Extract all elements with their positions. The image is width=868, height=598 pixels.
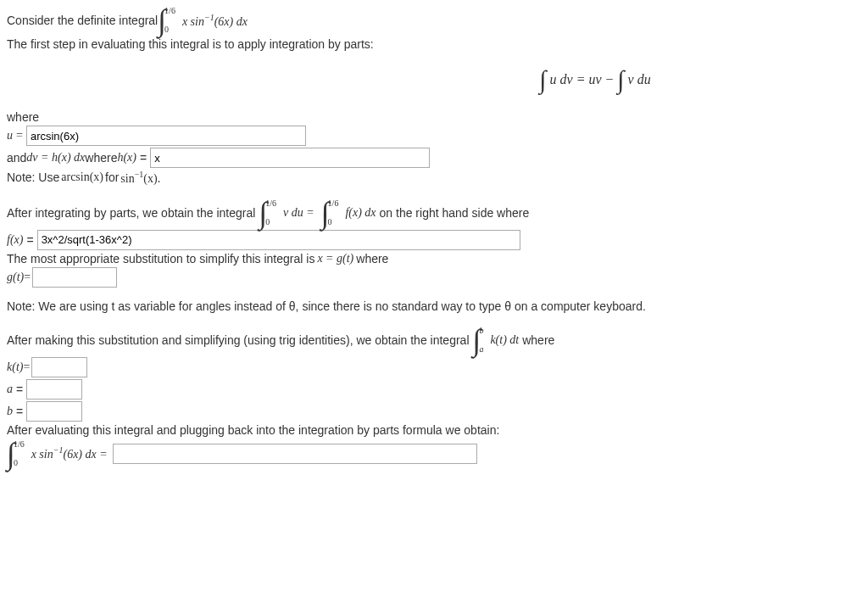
kt-integral: ∫ b a k(t) dt bbox=[473, 325, 520, 355]
step-text: The first step in evaluating this integr… bbox=[7, 37, 861, 51]
hx-input[interactable] bbox=[150, 148, 430, 168]
sub-line: The most appropriate substitution to sim… bbox=[7, 252, 861, 265]
note-arcsin: Note: Use arcsin(x) for sin−1(x). bbox=[7, 170, 861, 186]
vdu-integral: ∫ 1/6 0 v du = bbox=[259, 198, 314, 228]
final-row: ∫ 1/6 0 x sin−1(6x) dx = bbox=[7, 439, 861, 469]
final-line: After evaluating this integral and plugg… bbox=[7, 423, 861, 437]
b-input[interactable] bbox=[26, 401, 82, 422]
note-t: Note: We are using t as variable for ang… bbox=[7, 299, 861, 313]
final-input[interactable] bbox=[113, 444, 477, 464]
where-label: where bbox=[7, 110, 861, 124]
a-row: a = bbox=[7, 379, 861, 400]
b-row: b = bbox=[7, 401, 861, 422]
after-sub-line: After making this substitution and simpl… bbox=[7, 325, 861, 355]
final-integral: ∫ 1/6 0 x sin−1(6x) dx = bbox=[7, 439, 108, 469]
ibp-formula: ∫ u dv = uv − ∫ v du bbox=[7, 64, 861, 95]
kt-input[interactable] bbox=[31, 357, 87, 377]
gt-input[interactable] bbox=[32, 267, 117, 288]
gt-row: g(t) = bbox=[7, 267, 861, 288]
fx-row: f(x) = bbox=[7, 230, 861, 250]
fx-input[interactable] bbox=[37, 230, 520, 250]
intro-line: Consider the definite integral ∫ 1/6 0 x… bbox=[7, 5, 861, 36]
fx-integral: ∫ 1/6 0 f(x) dx bbox=[321, 198, 376, 228]
u-input[interactable] bbox=[26, 126, 306, 146]
main-integral: ∫ 1/6 0 x sin−1(6x) dx bbox=[158, 5, 248, 36]
a-input[interactable] bbox=[26, 379, 82, 400]
u-row: u = bbox=[7, 126, 861, 146]
after-ibp-line: After integrating by parts, we obtain th… bbox=[7, 198, 861, 228]
dv-row: and dv = h(x) dx where h(x) = bbox=[7, 148, 861, 168]
intro-text: Consider the definite integral bbox=[7, 14, 158, 27]
kt-row: k(t) = bbox=[7, 357, 861, 377]
